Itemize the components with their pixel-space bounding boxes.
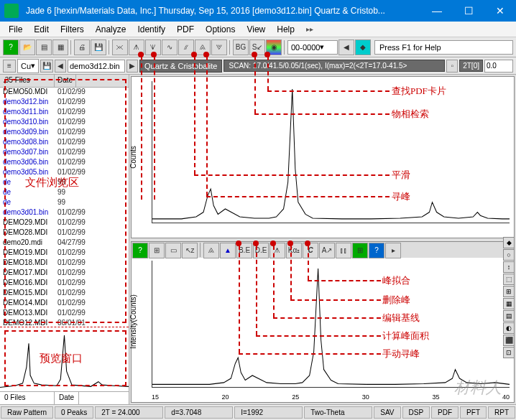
lp-baseline-icon[interactable]: B.E (236, 243, 252, 258)
file-row[interactable]: demo3d01.bin01/02/99 (0, 208, 129, 218)
print-icon[interactable]: 🖨 (74, 39, 90, 55)
tt-value[interactable]: 0.0 (484, 60, 513, 73)
lp-zoom-icon[interactable]: ▭ (165, 243, 181, 258)
file-row[interactable]: demo20.mdi04/27/99 (0, 238, 129, 248)
status-mode[interactable]: Two-Theta (304, 406, 372, 419)
peak-tool2-icon[interactable]: ⩚ (129, 39, 144, 55)
menu-pdf[interactable]: PDF (171, 24, 200, 34)
file-row[interactable]: demo3d05.bin01/02/99 (0, 168, 129, 178)
filename-field[interactable]: demo3d12.bin (68, 60, 125, 73)
lp-more-icon[interactable]: ▸ (385, 243, 401, 258)
file-row[interactable]: demo3d12.bin01/02/99 (0, 98, 129, 108)
lp-cursor-icon[interactable]: ↖z (182, 243, 198, 258)
close-button[interactable]: ✕ (484, 0, 516, 22)
menu-options[interactable]: Options (200, 24, 241, 34)
file-row[interactable]: demo3d07.bin01/02/99 (0, 148, 129, 158)
status-dsp[interactable]: DSP (402, 406, 430, 419)
file-row[interactable]: demo3d09.bin01/02/99 (0, 128, 129, 138)
peak-tool7-icon[interactable]: ⩔ (211, 39, 227, 55)
maximize-button[interactable]: ☐ (453, 0, 484, 22)
lp-manual-peak-icon[interactable]: ⩓ (203, 243, 219, 258)
file-list[interactable]: DEMO50.MDI01/02/99demo3d12.bin01/02/99de… (0, 88, 129, 327)
peak-tool1-icon[interactable]: ⩙ (112, 39, 128, 55)
file-row[interactable]: DEMO29.MDI01/02/99 (0, 218, 129, 228)
side-tool-icon[interactable]: ▤ (503, 310, 515, 322)
file-row[interactable]: demo3d08.bin01/02/99 (0, 138, 129, 148)
lp-ka2-icon[interactable]: Kα₂ (286, 243, 302, 258)
minimize-button[interactable]: — (421, 0, 453, 22)
file-row[interactable]: demo3d10.bin01/02/99 (0, 118, 129, 128)
phase-search-icon[interactable]: S↙ (249, 39, 265, 55)
file-row[interactable]: DEMO17.MDI01/02/99 (0, 269, 129, 279)
file-row[interactable]: de99 (0, 178, 129, 188)
side-tool-icon[interactable]: ○ (503, 249, 515, 261)
menu-view[interactable]: View (241, 24, 271, 34)
file-row[interactable]: DEMO14.MDI01/02/99 (0, 299, 129, 309)
side-tool-icon[interactable]: ⬚ (503, 274, 515, 285)
peak-tool3-icon[interactable]: ⩛ (145, 39, 161, 55)
smooth-icon[interactable]: ∿ (162, 39, 178, 55)
upper-plot[interactable]: Counts (131, 76, 515, 238)
file-row[interactable]: de99 (0, 188, 129, 198)
menu-edit[interactable]: Edit (28, 24, 55, 34)
help-field[interactable]: Press F1 for Help (374, 40, 513, 55)
status-raw[interactable]: Raw Pattern (1, 406, 53, 419)
status-pft[interactable]: PFT (460, 406, 487, 419)
lp-grid-icon[interactable]: ⊞ (149, 243, 165, 258)
next-icon[interactable]: ▶ (126, 60, 138, 73)
menu-identify[interactable]: Identify (132, 24, 171, 34)
pdf-card-icon[interactable]: ◉ (266, 39, 282, 55)
file-row[interactable]: DEMO19.MDI01/02/99 (0, 248, 129, 258)
side-tool-icon[interactable]: ⊡ (503, 347, 515, 358)
help-icon[interactable]: ? (3, 39, 19, 55)
save-icon[interactable]: 💾 (91, 39, 106, 55)
status-sav[interactable]: SAV (374, 406, 400, 419)
file-row[interactable]: DEMO50.MDI01/02/99 (0, 88, 129, 98)
file-row[interactable]: demo3d11.bin01/02/99 (0, 108, 129, 118)
bg-icon[interactable]: BG (233, 39, 249, 55)
menu-filters[interactable]: Filters (55, 24, 90, 34)
file-row[interactable]: DEMO12.MDI06/01/01 (0, 319, 129, 327)
toggle-icon[interactable]: ▫ (446, 60, 458, 73)
peak-tool6-icon[interactable]: ⩓ (195, 39, 211, 55)
file-row[interactable]: DEMO16.MDI01/02/99 (0, 279, 129, 289)
lp-area-icon[interactable]: ▲ (220, 243, 236, 258)
color-icon[interactable]: ◆ (355, 39, 371, 55)
open-folder-icon[interactable]: 📂 (19, 39, 35, 55)
file-row[interactable]: DEMO13.MDI01/02/99 (0, 309, 129, 319)
menu-analyze[interactable]: Analyze (90, 24, 132, 34)
file-row[interactable]: DEMO28.MDI01/02/99 (0, 228, 129, 238)
col-date[interactable]: Date (55, 75, 76, 87)
side-tool-icon[interactable]: ⊞ (503, 286, 515, 297)
pdf-combo[interactable]: 00-0000 ▾ (287, 40, 338, 55)
lp-delpeak-icon[interactable]: D.E (253, 243, 269, 258)
data-icon[interactable]: ≡ (3, 60, 16, 73)
side-tool-icon[interactable]: ◐ (503, 322, 515, 334)
prev-icon[interactable]: ◀ (55, 60, 66, 73)
lp-help-icon[interactable]: ? (132, 243, 148, 258)
card-icon[interactable]: ▦ (52, 39, 68, 55)
status-rpt[interactable]: RPT (488, 406, 515, 419)
file-row[interactable]: demo3d06.bin01/02/99 (0, 158, 129, 168)
status-pdf[interactable]: PDF (431, 406, 459, 419)
lp-text-icon[interactable]: A↗ (319, 243, 335, 258)
side-tool-icon[interactable]: ▦ (503, 298, 515, 309)
file-row[interactable]: DEMO15.MDI01/02/99 (0, 289, 129, 299)
save2-icon[interactable]: 💾 (40, 60, 53, 73)
menu-file[interactable]: File (3, 24, 28, 34)
element-combo[interactable]: Cu▾ (17, 59, 39, 73)
menu-help[interactable]: Help (271, 24, 300, 34)
side-tool-icon[interactable]: ↕ (503, 261, 515, 273)
files-icon[interactable]: ▤ (36, 39, 52, 55)
findpeak-icon[interactable]: ⫽ (178, 39, 194, 55)
menu-more-icon[interactable]: ▸▸ (300, 25, 319, 33)
file-row[interactable]: DEMO18.MDI01/02/99 (0, 258, 129, 269)
file-row[interactable]: de99 (0, 198, 129, 208)
side-tool-icon[interactable]: ⬛ (503, 335, 515, 346)
lp-peakfit-icon[interactable]: ⩚ (269, 243, 285, 258)
lp-info-icon[interactable]: ? (369, 243, 384, 258)
lp-bars-icon[interactable]: ⫿⫿ (336, 243, 351, 258)
status-peaks[interactable]: 0 Peaks (55, 406, 93, 419)
col-files[interactable]: .35 Files (0, 75, 55, 87)
side-tool-icon[interactable]: ◆ (503, 237, 515, 248)
